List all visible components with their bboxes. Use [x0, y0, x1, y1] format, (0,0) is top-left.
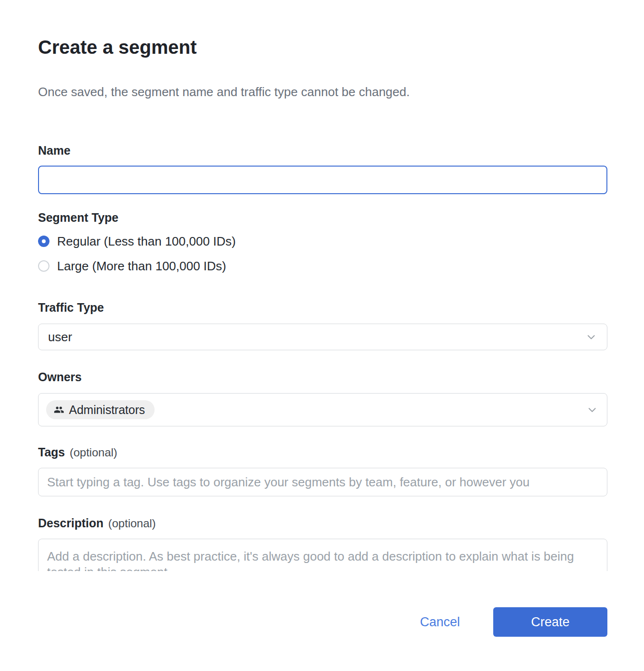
dialog-footer: Cancel Create: [38, 607, 607, 637]
people-icon: [54, 405, 64, 415]
chevron-down-icon: [586, 404, 598, 416]
description-textarea-clip: [38, 539, 607, 571]
traffic-type-label: Traffic Type: [38, 301, 607, 314]
description-textarea[interactable]: [38, 539, 607, 571]
radio-unselected-icon[interactable]: [38, 260, 49, 272]
radio-option-regular[interactable]: Regular (Less than 100,000 IDs): [38, 234, 607, 248]
tags-label-row: Tags(optional): [38, 445, 607, 459]
description-label: Description: [38, 516, 104, 530]
create-button[interactable]: Create: [493, 607, 607, 637]
dialog-title: Create a segment: [38, 36, 607, 59]
owners-select[interactable]: Administrators: [38, 393, 607, 426]
radio-selected-icon[interactable]: [38, 236, 49, 247]
description-optional-label: (optional): [108, 517, 156, 530]
tags-input[interactable]: [38, 468, 607, 496]
segment-type-label: Segment Type: [38, 211, 607, 224]
radio-option-large[interactable]: Large (More than 100,000 IDs): [38, 259, 607, 273]
owner-chip-administrators[interactable]: Administrators: [46, 400, 155, 419]
dialog-subtitle: Once saved, the segment name and traffic…: [38, 85, 607, 99]
name-input[interactable]: [38, 166, 607, 194]
create-segment-dialog: Create a segment Once saved, the segment…: [0, 0, 644, 671]
radio-option-label: Large (More than 100,000 IDs): [57, 259, 226, 273]
chevron-down-icon: [585, 331, 597, 343]
traffic-type-select[interactable]: user: [38, 324, 607, 350]
tags-optional-label: (optional): [70, 446, 117, 459]
owners-label: Owners: [38, 370, 607, 384]
description-label-row: Description(optional): [38, 516, 607, 530]
radio-option-label: Regular (Less than 100,000 IDs): [57, 234, 236, 248]
name-label: Name: [38, 144, 607, 157]
traffic-type-value: user: [48, 330, 72, 345]
tags-label: Tags: [38, 445, 65, 459]
cancel-button[interactable]: Cancel: [414, 615, 466, 630]
segment-type-radio-group: Regular (Less than 100,000 IDs) Large (M…: [38, 234, 607, 273]
owner-chip-label: Administrators: [69, 403, 145, 417]
